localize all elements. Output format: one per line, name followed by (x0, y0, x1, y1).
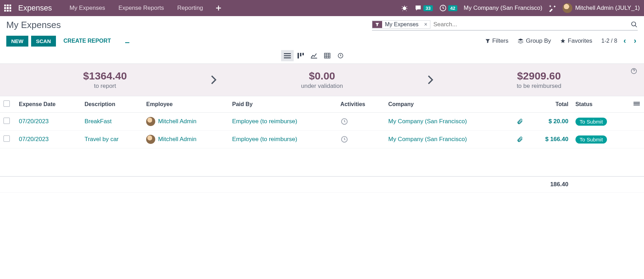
row-checkbox[interactable] (3, 118, 10, 124)
new-button[interactable]: NEW (6, 36, 28, 47)
activities-icon[interactable]: 42 (439, 4, 457, 12)
create-report-button[interactable]: CREATE REPORT (59, 35, 116, 47)
control-panel: My Expenses My Expenses × NEW SCAN CREAT… (0, 16, 644, 64)
group-by-button[interactable]: Group By (517, 37, 551, 44)
dash-to-report[interactable]: $1364.40 to report (7, 70, 203, 90)
dash-label-reimburse: to be reimbursed (441, 83, 637, 90)
svg-point-2 (632, 22, 636, 26)
row-checkbox[interactable] (3, 135, 10, 142)
col-paid-by[interactable]: Paid By (229, 96, 337, 113)
table-header-row: Expense Date Description Employee Paid B… (0, 96, 644, 113)
cell-employee[interactable]: Mitchell Admin (158, 136, 196, 143)
view-pivot-icon[interactable] (321, 50, 334, 61)
cell-total: $ 20.00 (549, 118, 568, 125)
col-expense-date[interactable]: Expense Date (15, 96, 81, 113)
activity-clock-icon[interactable] (341, 118, 381, 125)
cell-paid-by[interactable]: Employee (to reimburse) (232, 118, 297, 125)
nav-reporting[interactable]: Reporting (172, 1, 209, 15)
spacer-row (0, 148, 644, 176)
table-row[interactable]: 07/20/2023 Travel by car Mitchell Admin … (0, 131, 644, 148)
svg-rect-7 (300, 53, 301, 56)
pager-next[interactable]: › (632, 36, 638, 46)
select-all-checkbox[interactable] (3, 100, 10, 107)
search-icon[interactable] (631, 21, 638, 28)
bug-icon[interactable] (401, 5, 408, 12)
footer-total: 186.40 (527, 176, 572, 193)
activity-count: 42 (448, 5, 457, 11)
chip-remove[interactable]: × (421, 21, 430, 28)
dash-label-validation: under validation (224, 83, 420, 90)
messages-icon[interactable]: 33 (414, 4, 432, 12)
user-menu[interactable]: Mitchell Admin (JULY_1) (563, 3, 640, 13)
cell-description[interactable]: BreakFast (85, 118, 112, 125)
dash-under-validation[interactable]: $0.00 under validation (224, 70, 420, 90)
help-icon[interactable] (631, 68, 637, 74)
favorites-button[interactable]: Favorites (560, 37, 592, 44)
message-count: 33 (423, 5, 432, 11)
expense-table: Expense Date Description Employee Paid B… (0, 96, 644, 193)
attachment-icon[interactable] (517, 118, 523, 125)
chevron-right-icon (420, 70, 441, 90)
cell-date[interactable]: 07/20/2023 (19, 136, 49, 142)
status-badge: To Submit (575, 118, 607, 126)
col-status[interactable]: Status (572, 96, 630, 113)
svg-rect-5 (284, 57, 291, 58)
table-row[interactable]: 07/20/2023 BreakFast Mitchell Admin Empl… (0, 113, 644, 131)
scan-button[interactable]: SCAN (31, 36, 56, 47)
svg-rect-3 (284, 53, 291, 54)
col-total[interactable]: Total (527, 96, 572, 113)
avatar (146, 135, 155, 144)
avatar (563, 3, 572, 13)
favorites-label: Favorites (568, 37, 592, 44)
search-bar[interactable]: My Expenses × (372, 20, 638, 30)
col-description[interactable]: Description (81, 96, 143, 113)
search-chip: My Expenses × (372, 20, 430, 29)
search-input[interactable] (430, 20, 631, 29)
cell-total: $ 166.40 (545, 136, 568, 142)
col-employee[interactable]: Employee (143, 96, 229, 113)
pager-text[interactable]: 1-2 / 8 (601, 38, 617, 44)
nav-my-expenses[interactable]: My Expenses (64, 1, 111, 15)
cell-employee[interactable]: Mitchell Admin (158, 118, 196, 125)
filter-icon (372, 21, 382, 28)
cell-paid-by[interactable]: Employee (to reimburse) (232, 136, 297, 142)
svg-rect-8 (302, 53, 304, 55)
view-activity-icon[interactable] (334, 50, 347, 61)
chip-label: My Expenses (382, 21, 421, 28)
columns-settings-icon[interactable] (634, 101, 640, 107)
chevron-right-icon (203, 70, 224, 90)
view-list-icon[interactable] (281, 50, 294, 61)
svg-rect-6 (298, 53, 299, 58)
filters-label: Filters (492, 37, 508, 44)
page-title: My Expenses (6, 20, 61, 30)
view-kanban-icon[interactable] (294, 50, 307, 61)
cell-company[interactable]: My Company (San Francisco) (388, 136, 467, 142)
cell-description[interactable]: Travel by car (85, 136, 119, 142)
nav-expense-reports[interactable]: Expense Reports (113, 1, 170, 15)
group-by-label: Group By (526, 37, 551, 44)
filters-button[interactable]: Filters (485, 37, 508, 44)
dash-to-reimburse[interactable]: $2909.60 to be reimbursed (441, 70, 637, 90)
pager-prev[interactable]: ‹ (622, 36, 627, 46)
view-graph-icon[interactable] (308, 50, 320, 61)
company-selector[interactable]: My Company (San Francisco) (464, 5, 542, 12)
svg-point-0 (403, 7, 406, 10)
col-activities[interactable]: Activities (337, 96, 385, 113)
dash-amount-reimburse: $2909.60 (441, 70, 637, 82)
col-company[interactable]: Company (385, 96, 513, 113)
total-row: 186.40 (0, 176, 644, 193)
svg-rect-4 (284, 55, 291, 56)
status-badge: To Submit (575, 135, 607, 144)
cell-date[interactable]: 07/20/2023 (19, 118, 49, 125)
app-name[interactable]: Expenses (18, 4, 52, 13)
apps-icon[interactable] (4, 5, 11, 12)
dashboard: $1364.40 to report $0.00 under validatio… (0, 64, 644, 96)
dash-amount-to-report: $1364.40 (7, 70, 203, 82)
cell-company[interactable]: My Company (San Francisco) (388, 118, 467, 125)
svg-rect-9 (324, 53, 330, 58)
attachment-icon[interactable] (517, 136, 523, 142)
plus-icon[interactable] (211, 5, 226, 11)
download-icon[interactable] (124, 38, 130, 44)
activity-clock-icon[interactable] (341, 135, 381, 143)
settings-icon[interactable] (549, 4, 556, 12)
